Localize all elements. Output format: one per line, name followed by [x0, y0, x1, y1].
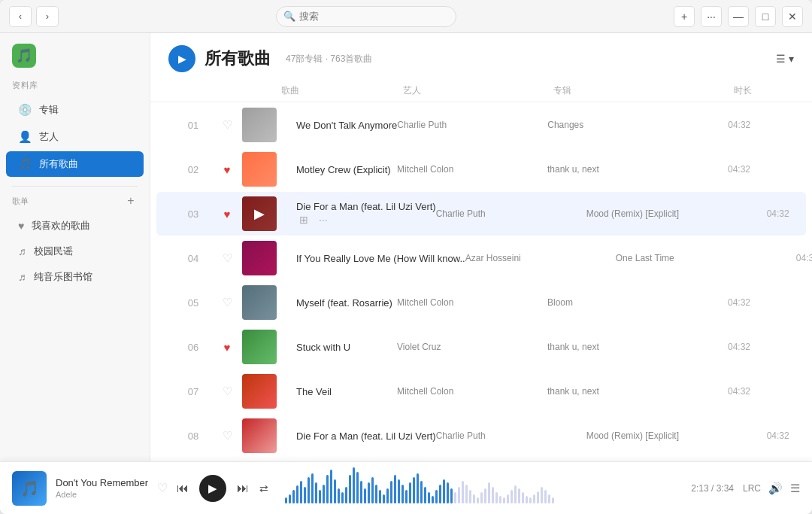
search-input[interactable] [276, 6, 456, 27]
wave-bar [323, 485, 325, 503]
library-label: 资料库 [0, 80, 150, 97]
search-wrap: 🔍 [276, 6, 456, 27]
wave-bar [319, 490, 321, 503]
song-artist: Charlie Puth [436, 208, 586, 219]
wave-bar [292, 490, 295, 503]
wave-bar [548, 494, 550, 503]
play-all-button[interactable]: ▶ [168, 45, 195, 72]
song-title: Myself (feat. Rosarrie) [296, 297, 397, 309]
song-row[interactable]: 05 ♡ Myself (feat. Rosarrie) Mitchell Co… [156, 281, 806, 324]
song-heart-button[interactable]: ♥ [212, 341, 242, 354]
col-thumb [236, 84, 281, 97]
content-area: ▶ 所有歌曲 47部专辑 · 763首歌曲 ☰ ▾ 歌曲 艺人 专辑 时长 [150, 33, 812, 461]
wave-bar [522, 492, 524, 503]
wave-bar [526, 496, 528, 503]
song-number: 03 [174, 208, 212, 220]
song-heart-button[interactable]: ♡ [212, 385, 242, 398]
song-heart-button[interactable]: ♡ [212, 429, 242, 443]
song-row[interactable]: 04 ♡ If You Really Love Me (How Will kno… [156, 236, 806, 280]
playlist-campus[interactable]: ♬ 校园民谣 [6, 239, 144, 263]
wave-bar [394, 475, 396, 503]
wave-bar [330, 470, 332, 503]
song-thumbnail [242, 285, 277, 320]
song-duration: 04:32 [728, 164, 788, 175]
wave-bar [480, 492, 483, 503]
song-number: 05 [174, 297, 212, 309]
song-row[interactable]: 07 ♡ The Veil Mitchell Colon thank u, ne… [156, 370, 806, 413]
player-playlist-icon[interactable]: ☰ [790, 482, 800, 495]
sidebar-item-albums[interactable]: 💿 专辑 [6, 97, 144, 123]
albums-icon: 💿 [18, 103, 32, 117]
wave-bar [379, 490, 381, 503]
song-info: Die For a Man (feat. Lil Uzi Vert) [287, 430, 436, 442]
content-subtitle: 47部专辑 · 763首歌曲 [286, 53, 372, 65]
song-row[interactable]: 06 ♥ Stuck with U Violet Cruz thank u, n… [156, 325, 806, 369]
playlist-favorites-label: 我喜欢的歌曲 [32, 219, 90, 233]
song-thumbnail [242, 152, 277, 187]
player-time: 2:13 / 3:34 [691, 483, 734, 494]
allsongs-icon: 🎵 [18, 157, 32, 171]
song-artist: Charlie Puth [397, 120, 547, 130]
sort-icon: ☰ [776, 53, 786, 65]
wave-bar [424, 487, 426, 503]
more-options-icon[interactable]: ··· [316, 212, 331, 227]
col-artist: 艺人 [403, 84, 553, 97]
wave-bar [428, 492, 430, 503]
forward-button[interactable]: › [36, 6, 59, 27]
playlist-favorites[interactable]: ♥ 我喜欢的歌曲 [6, 214, 144, 238]
minimize-button[interactable]: — [728, 6, 749, 27]
wave-bar [285, 497, 287, 503]
wave-bar [518, 488, 520, 503]
song-album: Changes [547, 120, 728, 130]
wave-bar [435, 490, 438, 503]
wave-bar [326, 475, 329, 503]
titlebar: ‹ › 🔍 + ··· — □ ✕ [0, 0, 812, 33]
song-heart-button[interactable]: ♥ [212, 163, 242, 176]
wave-bar [443, 479, 445, 503]
wave-bar [315, 482, 317, 503]
lrc-button[interactable]: LRC [743, 483, 761, 494]
more-button[interactable]: ··· [701, 6, 722, 27]
song-heart-button[interactable]: ♥ [212, 208, 242, 221]
wave-bar [462, 481, 464, 503]
player-heart-button[interactable]: ♡ [157, 481, 168, 495]
song-row[interactable]: 03 ♥ ▶ Die For a Man (feat. Lil Uzi Vert… [156, 192, 806, 236]
song-heart-button[interactable]: ♡ [212, 296, 242, 309]
song-info: Motley Crew (Explicit) [287, 164, 397, 175]
song-artist: Mitchell Colon [397, 164, 547, 175]
playlist-section-header: 歌单 + [0, 194, 150, 214]
wave-bar [432, 496, 434, 503]
playlist-classical[interactable]: ♬ 纯音乐图书馆 [6, 265, 144, 289]
song-heart-button[interactable]: ♡ [212, 118, 242, 132]
song-row[interactable]: 01 ♡ We Don't Talk Anymore Charlie Puth … [156, 103, 806, 147]
sidebar-item-artists[interactable]: 👤 艺人 [6, 124, 144, 150]
close-button[interactable]: ✕ [782, 6, 803, 27]
sort-button[interactable]: ☰ ▾ [776, 53, 794, 65]
wave-bar [544, 490, 547, 503]
add-button[interactable]: + [674, 6, 695, 27]
volume-icon[interactable]: 🔊 [768, 482, 783, 495]
repeat-button[interactable]: ⇄ [259, 482, 268, 494]
add-to-playlist-icon[interactable]: ⊞ [296, 212, 311, 227]
play-pause-button[interactable]: ▶ [199, 475, 226, 502]
wave-bar [447, 482, 449, 503]
song-title: If You Really Love Me (How Will know.. [296, 253, 465, 264]
song-list: 01 ♡ We Don't Talk Anymore Charlie Puth … [150, 102, 812, 461]
back-button[interactable]: ‹ [9, 6, 32, 27]
playlist-campus-label: 校园民谣 [34, 245, 73, 258]
wave-bar [409, 482, 411, 503]
wave-bar [511, 490, 513, 503]
song-row[interactable]: 02 ♥ Motley Crew (Explicit) Mitchell Col… [156, 148, 806, 191]
maximize-button[interactable]: □ [755, 6, 776, 27]
wave-bar [304, 487, 306, 503]
next-button[interactable]: ⏭ [237, 482, 249, 495]
add-playlist-button[interactable]: + [124, 194, 138, 208]
wave-bar [300, 481, 302, 503]
waveform[interactable] [277, 473, 682, 503]
player-thumb-emoji: 🎵 [20, 479, 39, 497]
song-heart-button[interactable]: ♡ [212, 251, 242, 265]
song-row[interactable]: 08 ♡ Die For a Man (feat. Lil Uzi Vert) … [156, 414, 806, 458]
sidebar-item-allsongs[interactable]: 🎵 所有歌曲 [6, 151, 144, 177]
song-title: The Veil [296, 386, 397, 397]
prev-button[interactable]: ⏮ [177, 482, 189, 495]
